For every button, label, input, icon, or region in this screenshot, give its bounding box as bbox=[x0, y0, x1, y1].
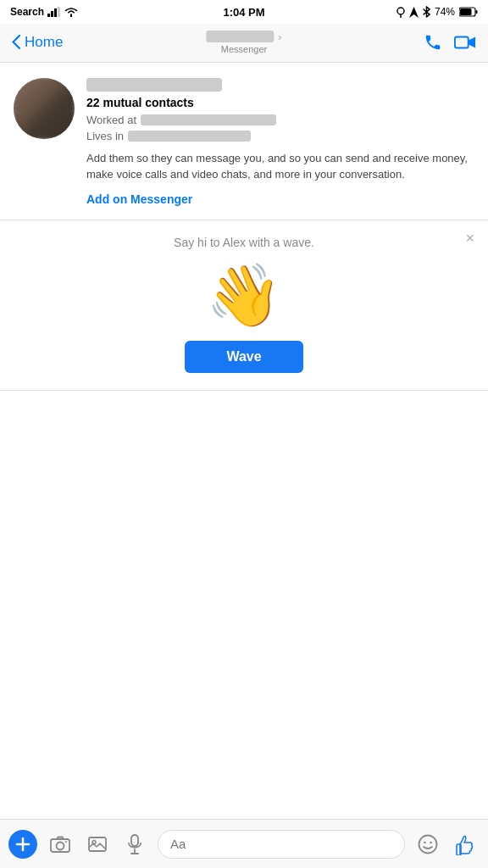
bluetooth-icon bbox=[423, 6, 430, 18]
nav-subtitle: Messenger bbox=[221, 44, 267, 54]
microphone-button[interactable] bbox=[120, 830, 149, 859]
status-time: 1:04 PM bbox=[223, 6, 264, 19]
emoji-icon bbox=[418, 834, 438, 854]
lives-in-label: Lives in bbox=[86, 130, 124, 142]
svg-point-11 bbox=[57, 842, 64, 849]
wave-button[interactable]: Wave bbox=[185, 341, 303, 373]
emoji-button[interactable] bbox=[413, 830, 442, 859]
svg-rect-19 bbox=[457, 844, 461, 855]
svg-point-17 bbox=[424, 841, 426, 843]
bottom-bar bbox=[0, 819, 488, 868]
profile-info: 22 mutual contacts Worked at Lives in Ad… bbox=[86, 78, 474, 206]
call-button[interactable] bbox=[424, 33, 442, 52]
svg-rect-2 bbox=[54, 8, 57, 17]
svg-rect-1 bbox=[51, 11, 53, 17]
status-bar: Search 1:04 PM 74% bbox=[0, 0, 488, 24]
navigation-icon bbox=[409, 7, 419, 18]
status-right: 74% bbox=[396, 6, 478, 18]
wave-emoji: 👋 bbox=[206, 264, 282, 326]
svg-marker-5 bbox=[409, 7, 419, 18]
worked-at-blur bbox=[141, 114, 276, 125]
profile-description: Add them so they can message you, and so… bbox=[86, 151, 474, 183]
back-chevron-icon bbox=[12, 35, 20, 49]
svg-rect-8 bbox=[460, 8, 472, 15]
worked-at-label: Worked at bbox=[86, 114, 136, 126]
message-input[interactable] bbox=[158, 830, 405, 859]
battery-label: 74% bbox=[435, 6, 455, 18]
back-label: Home bbox=[25, 34, 63, 51]
svg-rect-7 bbox=[476, 10, 478, 14]
signal-icon bbox=[47, 7, 61, 17]
wave-prompt-text: Say hi to Alex with a wave. bbox=[174, 236, 314, 249]
mutual-contacts: 22 mutual contacts bbox=[86, 96, 474, 109]
svg-rect-3 bbox=[58, 7, 60, 17]
add-on-messenger-link[interactable]: Add on Messenger bbox=[86, 192, 474, 206]
wave-section: × Say hi to Alex with a wave. 👋 Wave bbox=[0, 220, 488, 391]
lives-in-blur bbox=[128, 131, 251, 142]
like-button[interactable] bbox=[451, 830, 480, 859]
profile-worked-at: Worked at bbox=[86, 114, 474, 126]
svg-point-16 bbox=[419, 835, 437, 853]
avatar-image bbox=[14, 78, 75, 139]
phone-icon bbox=[424, 33, 442, 52]
svg-rect-9 bbox=[455, 36, 469, 47]
nav-name-blur bbox=[206, 31, 274, 42]
svg-rect-15 bbox=[131, 835, 138, 846]
camera-button[interactable] bbox=[46, 830, 75, 859]
back-button[interactable]: Home bbox=[12, 34, 63, 51]
plus-button[interactable] bbox=[8, 830, 37, 859]
nav-center: › Messenger bbox=[206, 31, 281, 54]
status-left: Search bbox=[10, 6, 78, 18]
carrier-label: Search bbox=[10, 6, 44, 18]
photo-button[interactable] bbox=[83, 830, 112, 859]
wifi-icon bbox=[64, 7, 78, 17]
nav-bar: Home › Messenger bbox=[0, 24, 488, 63]
chat-area bbox=[0, 391, 488, 569]
svg-point-12 bbox=[65, 841, 67, 843]
svg-point-18 bbox=[430, 841, 432, 843]
plus-icon bbox=[15, 837, 30, 852]
microphone-icon bbox=[128, 834, 141, 854]
avatar bbox=[14, 78, 75, 139]
nav-actions bbox=[424, 33, 476, 52]
profile-lives-in: Lives in bbox=[86, 130, 474, 142]
video-button[interactable] bbox=[454, 34, 476, 51]
camera-icon bbox=[50, 836, 70, 853]
photo-icon bbox=[88, 835, 107, 854]
video-icon bbox=[454, 34, 476, 51]
nav-arrow-icon: › bbox=[278, 31, 281, 43]
thumbs-up-icon bbox=[454, 833, 476, 855]
nav-name-row: › bbox=[206, 31, 281, 43]
svg-point-4 bbox=[397, 8, 404, 14]
profile-name-blur bbox=[86, 78, 222, 92]
battery-icon bbox=[459, 7, 478, 17]
location-icon bbox=[396, 7, 405, 18]
profile-section: 22 mutual contacts Worked at Lives in Ad… bbox=[0, 63, 488, 220]
svg-rect-0 bbox=[47, 14, 50, 17]
wave-close-button[interactable]: × bbox=[465, 231, 474, 246]
